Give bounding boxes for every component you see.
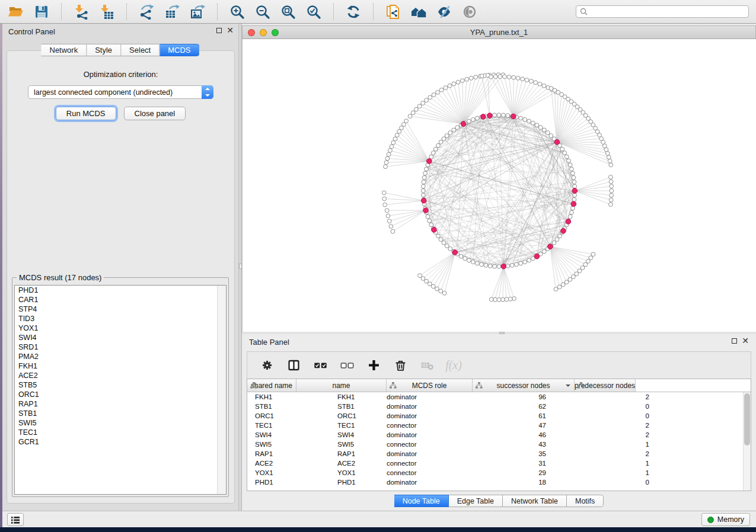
cell-name[interactable]: TEC1 <box>330 421 379 430</box>
show-columns-button[interactable] <box>286 358 301 373</box>
mcds-result-item[interactable]: TEC1 <box>15 428 226 437</box>
zoom-fit-button[interactable] <box>279 3 297 21</box>
table-row[interactable]: FKH1 FKH1 dominator 96 2 <box>247 392 751 402</box>
mcds-list-scrollbar[interactable] <box>217 286 226 494</box>
mcds-result-item[interactable]: PMA2 <box>15 352 226 361</box>
cell-name[interactable]: STB1 <box>330 402 379 411</box>
cell-shared-name[interactable]: SWI4 <box>247 430 330 440</box>
export-table-button[interactable] <box>163 3 181 21</box>
cell-shared-name[interactable]: STB1 <box>247 402 330 411</box>
mcds-result-item[interactable]: RAP1 <box>15 399 226 409</box>
cell-successor-nodes[interactable]: 43 <box>469 440 555 449</box>
import-network-button[interactable] <box>72 3 90 21</box>
table-tab[interactable]: Motifs <box>567 495 604 507</box>
cell-mcds-role[interactable]: connector <box>379 421 469 430</box>
cell-predecessor-nodes[interactable]: 0 <box>555 477 657 487</box>
control-panel-tab[interactable]: Network <box>41 44 87 56</box>
table-scrollbar[interactable] <box>743 392 751 491</box>
window-maximize-icon[interactable] <box>272 29 279 36</box>
cell-shared-name[interactable]: RAP1 <box>247 449 330 459</box>
mcds-result-item[interactable]: TID3 <box>15 314 226 323</box>
new-network-from-selection-button[interactable] <box>384 3 402 21</box>
table-row[interactable]: SWI4 SWI4 dominator 46 2 <box>247 430 751 440</box>
cell-successor-nodes[interactable]: 29 <box>469 468 555 477</box>
cell-predecessor-nodes[interactable]: 2 <box>555 392 657 402</box>
window-close-icon[interactable] <box>248 29 255 36</box>
cell-shared-name[interactable]: YOX1 <box>247 468 330 477</box>
table-column-header[interactable]: name <box>296 379 387 392</box>
mcds-result-item[interactable]: SWI5 <box>15 418 226 428</box>
add-row-button[interactable] <box>366 358 381 373</box>
network-window-titlebar[interactable]: YPA_prune.txt_1 <box>242 25 756 39</box>
cell-predecessor-nodes[interactable]: 1 <box>555 440 657 449</box>
save-session-button[interactable] <box>33 3 50 21</box>
export-network-button[interactable] <box>138 3 155 21</box>
control-panel-tab[interactable]: Style <box>87 44 121 56</box>
mcds-result-item[interactable]: SRD1 <box>15 342 226 352</box>
table-row[interactable]: ACE2 ACE2 connector 31 1 <box>247 459 751 468</box>
cell-successor-nodes[interactable]: 61 <box>469 411 555 421</box>
cell-mcds-role[interactable]: connector <box>379 468 469 477</box>
cell-shared-name[interactable]: SWI5 <box>247 440 330 449</box>
cell-mcds-role[interactable]: connector <box>379 440 469 449</box>
cell-predecessor-nodes[interactable]: 2 <box>555 430 657 440</box>
cell-shared-name[interactable]: ORC1 <box>247 411 330 421</box>
table-row[interactable]: RAP1 RAP1 dominator 35 2 <box>247 449 751 459</box>
cell-predecessor-nodes[interactable]: 1 <box>555 459 657 468</box>
zoom-out-button[interactable] <box>254 3 272 21</box>
table-column-header[interactable]: predecessor nodes <box>575 379 636 392</box>
cell-successor-nodes[interactable]: 96 <box>469 392 555 402</box>
network-canvas[interactable] <box>242 39 756 332</box>
open-session-button[interactable] <box>7 3 25 21</box>
mcds-result-item[interactable]: FKH1 <box>15 361 226 371</box>
cell-name[interactable]: SWI5 <box>330 440 379 449</box>
table-tab[interactable]: Network Table <box>503 495 567 507</box>
memory-button[interactable]: Memory <box>701 513 750 526</box>
scrollbar-thumb[interactable] <box>744 393 750 446</box>
cell-mcds-role[interactable]: connector <box>379 459 469 468</box>
cell-successor-nodes[interactable]: 47 <box>469 421 555 430</box>
export-image-button[interactable] <box>189 3 206 21</box>
table-tab[interactable]: Edge Table <box>449 495 503 507</box>
table-tab[interactable]: Node Table <box>394 495 449 507</box>
cell-predecessor-nodes[interactable]: 0 <box>555 411 657 421</box>
cell-name[interactable]: SWI4 <box>330 430 379 440</box>
cybrowser-home-button[interactable] <box>410 3 428 21</box>
table-column-header[interactable]: MCDS role <box>387 379 473 392</box>
mcds-result-list[interactable]: PHD1CAR1STP4TID3YOX1SWI4SRD1PMA2FKH1ACE2… <box>14 285 227 495</box>
cell-mcds-role[interactable]: dominator <box>379 449 469 459</box>
table-settings-button[interactable] <box>259 358 275 373</box>
window-minimize-icon[interactable] <box>260 29 267 36</box>
import-table-button[interactable] <box>98 3 116 21</box>
search-box[interactable] <box>576 5 749 18</box>
table-row[interactable]: PHD1 PHD1 dominator 18 0 <box>247 477 751 487</box>
mcds-result-item[interactable]: SWI4 <box>15 333 226 342</box>
cell-name[interactable]: FKH1 <box>330 392 379 402</box>
table-row[interactable]: ORC1 ORC1 dominator 61 0 <box>247 411 751 421</box>
table-row[interactable]: YOX1 YOX1 connector 29 1 <box>247 468 751 477</box>
cell-name[interactable]: PHD1 <box>330 477 379 487</box>
cell-successor-nodes[interactable]: 18 <box>469 477 555 487</box>
cell-mcds-role[interactable]: dominator <box>379 411 469 421</box>
apply-layout-button[interactable] <box>344 3 362 21</box>
cell-predecessor-nodes[interactable]: 2 <box>555 449 657 459</box>
mcds-result-item[interactable]: YOX1 <box>15 323 226 333</box>
float-panel-icon[interactable] <box>732 338 737 344</box>
run-mcds-button[interactable]: Run MCDS <box>56 107 116 120</box>
cell-mcds-role[interactable]: dominator <box>379 392 469 402</box>
cell-mcds-role[interactable]: dominator <box>379 477 469 487</box>
optimization-criterion-select[interactable]: largest connected component (undirected) <box>28 85 213 99</box>
cell-successor-nodes[interactable]: 62 <box>469 402 555 411</box>
close-panel-icon[interactable]: ✕ <box>227 27 234 34</box>
search-input[interactable] <box>590 7 745 17</box>
control-panel-tab[interactable]: MCDS <box>160 44 199 56</box>
cell-predecessor-nodes[interactable]: 1 <box>555 468 657 477</box>
cell-successor-nodes[interactable]: 31 <box>469 459 555 468</box>
mcds-result-item[interactable]: ORC1 <box>15 390 226 399</box>
table-column-header[interactable]: successor nodes <box>473 379 575 392</box>
cell-name[interactable]: ACE2 <box>330 459 379 468</box>
mcds-result-item[interactable]: GCR1 <box>15 437 226 447</box>
zoom-in-button[interactable] <box>228 3 246 21</box>
table-column-header[interactable]: shared name <box>247 379 296 392</box>
cell-predecessor-nodes[interactable]: 2 <box>555 421 657 430</box>
